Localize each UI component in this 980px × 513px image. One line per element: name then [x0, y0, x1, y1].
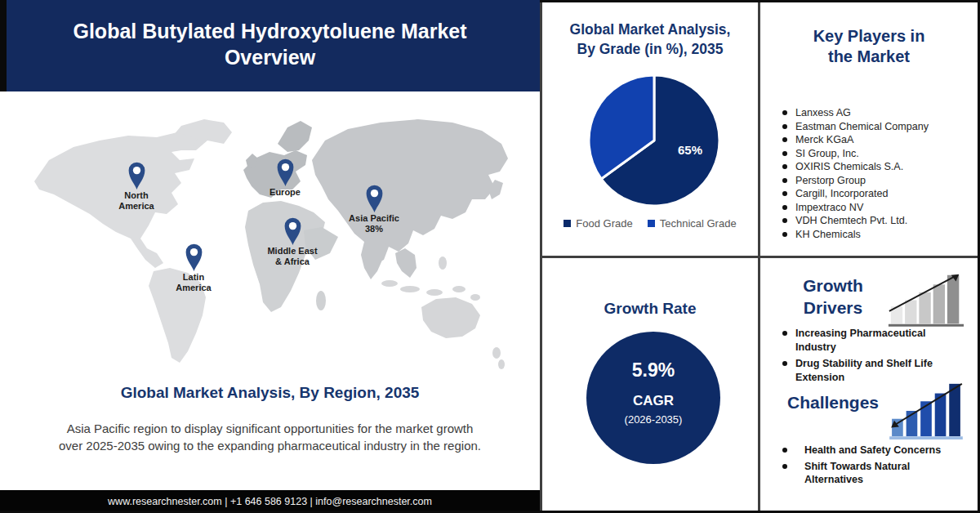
footer-contact-bar: www.researchnester.com | +1 646 586 9123…: [0, 490, 540, 513]
key-player-item: KH Chemicals: [781, 228, 973, 242]
pin-label-north-america: North America: [97, 190, 176, 212]
map-pin-north-america: North America: [97, 160, 176, 212]
page-title: Global Butylated Hydroxytoluene Market O…: [7, 18, 533, 70]
pie-legend: Food Grade Technical Grade: [542, 217, 758, 230]
pin-label-latin-america: Latin America: [154, 272, 233, 293]
map-pin-middle-east-africa: Middle East & Africa: [253, 216, 332, 267]
key-player-item: Cargill, Incorporated: [781, 187, 973, 201]
location-pin-icon: [126, 160, 148, 190]
page-title-line1: Global Butylated Hydroxytoluene Market: [7, 18, 533, 44]
location-pin-icon: [363, 183, 385, 212]
legend-swatch-technical-grade: [648, 220, 655, 227]
horizontal-divider: [540, 256, 980, 258]
legend-item-food-grade: Food Grade: [564, 217, 632, 230]
challenge-item: Health and Safety Concerns: [781, 444, 944, 457]
key-player-item: Impextraco NV: [781, 201, 973, 215]
pin-label-europe: Europe: [246, 187, 324, 198]
legend-item-technical-grade: Technical Grade: [648, 217, 737, 230]
growth-drivers-title: Growth Drivers: [784, 274, 882, 319]
challenge-item: Shift Towards Natural Alternatives: [781, 460, 944, 487]
location-pin-icon: [282, 216, 304, 245]
key-players-title: Key Players in the Market: [760, 26, 978, 67]
legend-label-food-grade: Food Grade: [576, 217, 632, 230]
declining-arrow-bar-chart-icon: [885, 379, 967, 441]
pie-slice-label: 65%: [678, 143, 702, 157]
growth-rate-circle: 5.9% CAGR (2026-2035): [586, 332, 720, 464]
growth-driver-item: Increasing Pharmaceutical Industry: [781, 327, 936, 354]
legend-swatch-food-grade: [564, 220, 571, 227]
map-pin-asia-pacific: Asia Pacific 38%: [335, 183, 413, 234]
cagr-value: 5.9%: [586, 359, 720, 381]
rising-bar-chart-icon: [887, 270, 965, 329]
key-player-item: Eastman Chemical Company: [781, 120, 973, 134]
region-analysis-description: Asia Pacific region to display significa…: [57, 420, 483, 454]
challenges-title: Challenges: [784, 393, 882, 413]
key-player-item: VDH Chemtech Pvt. Ltd.: [781, 214, 973, 228]
grade-pie-chart: 65%: [581, 67, 728, 214]
cagr-period: (2026-2035): [586, 413, 720, 426]
key-player-item: Lanxess AG: [781, 106, 973, 120]
legend-label-technical-grade: Technical Grade: [660, 217, 737, 230]
location-pin-icon: [183, 242, 205, 271]
key-player-item: Merck KGaA: [781, 133, 973, 147]
map-pin-latin-america: Latin America: [154, 242, 233, 293]
location-pin-icon: [274, 157, 296, 186]
key-player-item: OXIRIS Chemicals S.A.: [781, 160, 973, 174]
title-banner: Global Butylated Hydroxytoluene Market O…: [0, 0, 540, 91]
map-pin-europe: Europe: [246, 157, 324, 198]
banner-left-edge: [0, 0, 7, 91]
cagr-label: CAGR: [586, 393, 720, 409]
key-players-list: Lanxess AG Eastman Chemical Company Merc…: [781, 106, 973, 241]
key-player-item: Perstorp Group: [781, 174, 973, 188]
page-title-line2: Overview: [7, 44, 533, 70]
growth-rate-title: Growth Rate: [542, 300, 758, 318]
pie-chart-title: Global Market Analysis, By Grade (in %),…: [542, 20, 758, 59]
growth-drivers-list: Increasing Pharmaceutical Industry Drug …: [781, 327, 936, 387]
challenges-list: Health and Safety Concerns Shift Towards…: [781, 444, 944, 489]
infographic-canvas: Global Butylated Hydroxytoluene Market O…: [0, 0, 980, 513]
pin-label-asia-pacific: Asia Pacific 38%: [335, 213, 413, 234]
pin-label-middle-east-africa: Middle East & Africa: [253, 246, 332, 267]
region-analysis-heading: Global Market Analysis, By Region, 2035: [16, 384, 523, 402]
top-edge: [540, 0, 980, 2]
key-player-item: SI Group, Inc.: [781, 147, 973, 161]
